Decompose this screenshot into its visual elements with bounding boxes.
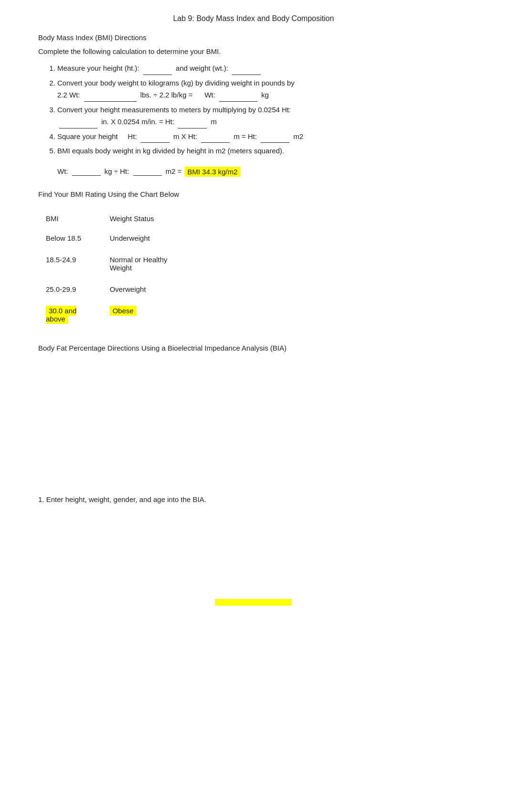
weight-status-1: Underweight <box>102 227 210 249</box>
bia-step-1: 1. Enter height, weight, gender, and age… <box>38 495 469 503</box>
find-bmi-heading: Find Your BMI Rating Using the Chart Bel… <box>38 190 469 198</box>
bmi-section-heading: Body Mass Index (BMI) Directions <box>38 33 469 42</box>
height-m-blank <box>178 116 207 128</box>
ht-blank-1 <box>141 130 169 143</box>
bmi-range-2: 18.5-24.9 <box>38 249 102 278</box>
step-5: BMI equals body weight in kg divided by … <box>57 145 469 157</box>
step-4: Square your height Ht: m X Ht: m = Ht: m… <box>57 130 469 143</box>
bmi-row-4-highlighted: 30.0 andabove Obese <box>38 300 210 330</box>
bmi-rating-table: BMI Weight Status Below 18.5 Underweight… <box>38 208 210 330</box>
weight-status-2: Normal or HealthyWeight <box>102 249 210 278</box>
bmi-steps-list: Measure your height (ht.): and weight (w… <box>57 62 469 157</box>
weight-status-4-highlighted: Obese <box>110 306 137 316</box>
ht-calc-blank <box>133 167 162 176</box>
status-col-header: Weight Status <box>102 208 210 227</box>
calc-line: Wt: kg ÷ Ht: m2 = BMI 34.3 kg/m2 <box>57 167 469 177</box>
weight-kg-blank <box>219 89 257 102</box>
bmi-range-1: Below 18.5 <box>38 227 102 249</box>
page-title: Lab 9: Body Mass Index and Body Composit… <box>38 14 469 23</box>
page-container: Lab 9: Body Mass Index and Body Composit… <box>38 14 469 606</box>
ht-blank-3 <box>261 130 289 143</box>
weight-lbs-blank <box>84 89 137 102</box>
bmi-row-2: 18.5-24.9 Normal or HealthyWeight <box>38 249 210 278</box>
height-blank <box>143 62 172 75</box>
weight-blank <box>232 62 261 75</box>
calc-prefix: Wt: kg ÷ Ht: m2 = <box>57 167 182 176</box>
bmi-range-3: 25.0-29.9 <box>38 278 102 300</box>
bmi-result: BMI 34.3 kg/m2 <box>185 167 241 177</box>
wt-calc-blank <box>72 167 101 176</box>
bmi-intro: Complete the following calculation to de… <box>38 47 469 55</box>
bmi-row-3: 25.0-29.9 Overweight <box>38 278 210 300</box>
height-in-blank <box>59 116 97 128</box>
bmi-range-4-highlighted: 30.0 andabove <box>46 306 76 324</box>
bottom-yellow-bar <box>215 599 292 606</box>
bmi-range-4: 30.0 andabove <box>38 300 102 330</box>
ht-blank-2 <box>201 130 230 143</box>
step-1: Measure your height (ht.): and weight (w… <box>57 62 469 75</box>
body-fat-heading: Body Fat Percentage Directions Using a B… <box>38 344 469 352</box>
weight-status-3: Overweight <box>102 278 210 300</box>
bottom-highlight-area <box>38 599 469 606</box>
step-3: Convert your height measurements to mete… <box>57 104 469 128</box>
bmi-col-header: BMI <box>38 208 102 227</box>
bmi-row-1: Below 18.5 Underweight <box>38 227 210 249</box>
weight-status-4: Obese <box>102 300 210 330</box>
step-2: Convert your body weight to kilograms (k… <box>57 77 469 102</box>
